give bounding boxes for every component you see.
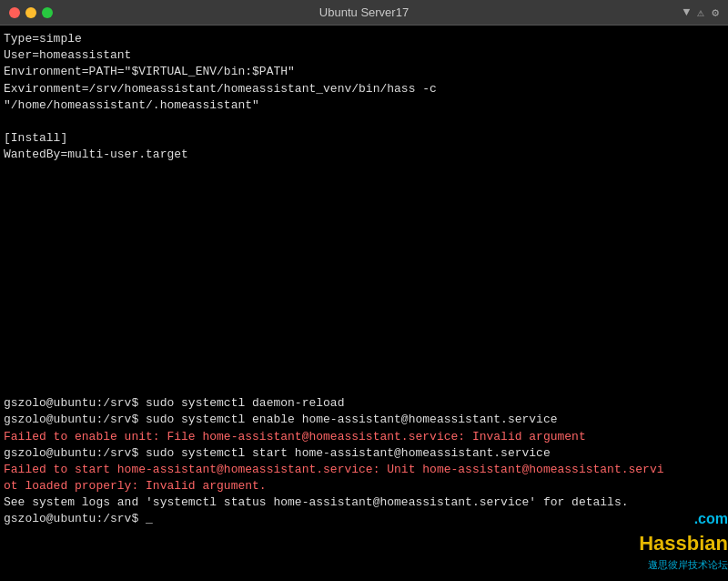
maximize-button[interactable] (42, 7, 53, 18)
close-button[interactable] (9, 7, 20, 18)
titlebar-actions: ▼ ⚠ ⚙ (683, 5, 719, 20)
watermark: .com Hassbian 遨思彼岸技术论坛 (639, 509, 728, 572)
terminal-window[interactable]: Type=simple User=homeassistant Environme… (0, 25, 728, 581)
watermark-sub: 遨思彼岸技术论坛 (648, 558, 728, 572)
watermark-com: .com (694, 509, 728, 529)
dropdown-icon[interactable]: ▼ (683, 5, 691, 19)
terminal-content: Type=simple User=homeassistant Environme… (4, 31, 724, 528)
titlebar: Ubuntu Server17 ▼ ⚠ ⚙ (0, 0, 728, 25)
gear-icon[interactable]: ⚙ (712, 5, 719, 20)
window-controls[interactable] (9, 7, 53, 18)
window-title: Ubuntu Server17 (319, 5, 409, 19)
watermark-brand: Hassbian (639, 530, 728, 558)
minimize-button[interactable] (25, 7, 36, 18)
warning-icon[interactable]: ⚠ (697, 5, 704, 20)
